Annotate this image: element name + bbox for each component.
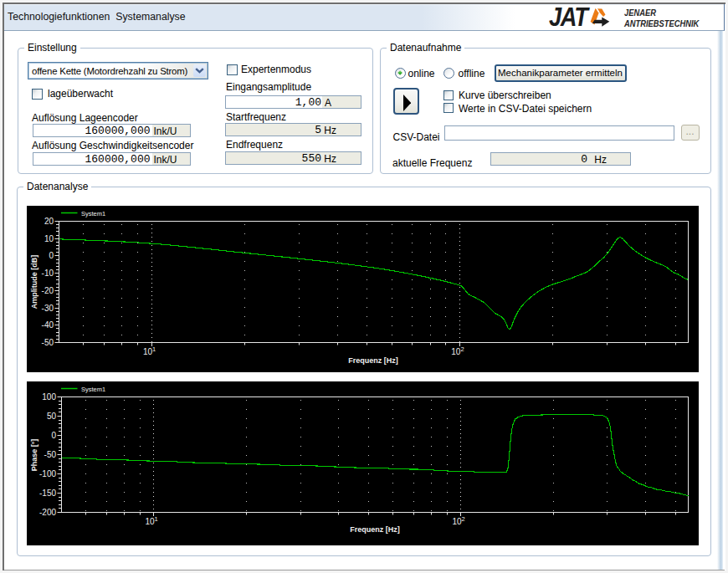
svg-text:Frequenz [Hz]: Frequenz [Hz] [348,356,398,365]
svg-text:50: 50 [47,412,57,421]
svg-text:-150: -150 [39,489,56,498]
svg-text:-50: -50 [42,338,54,347]
svg-text:101: 101 [145,515,157,526]
svg-text:102: 102 [451,345,464,356]
svg-text:-50: -50 [44,450,57,459]
svg-text:Frequenz [Hz]: Frequenz [Hz] [350,525,400,534]
svg-text:0: 0 [51,431,56,440]
svg-text:0: 0 [49,251,54,260]
svg-text:10: 10 [44,233,54,243]
svg-text:Phase [°]: Phase [°] [30,439,38,472]
svg-text:101: 101 [143,345,156,356]
svg-text:20: 20 [44,217,54,226]
svg-text:System1: System1 [81,209,105,217]
svg-text:100: 100 [42,392,56,402]
svg-text:-10: -10 [42,269,54,278]
svg-text:-100: -100 [39,469,56,478]
svg-text:-200: -200 [39,508,56,517]
svg-text:-30: -30 [42,303,54,312]
svg-text:Amplitude [dB]: Amplitude [dB] [30,254,38,309]
svg-text:-40: -40 [42,320,54,330]
svg-text:System1: System1 [81,386,105,393]
svg-text:-20: -20 [42,285,54,294]
svg-text:102: 102 [452,515,464,526]
